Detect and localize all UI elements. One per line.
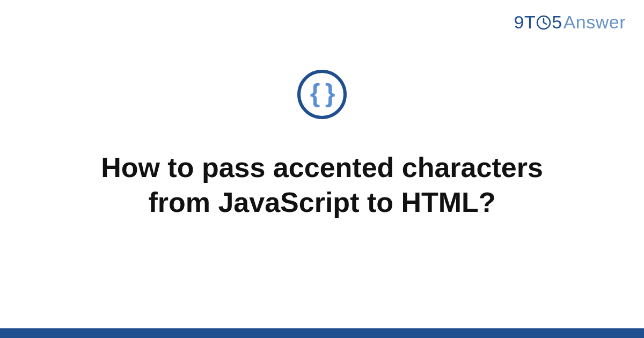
svg-line-2: [544, 23, 546, 24]
question-title: How to pass accented characters from Jav…: [54, 150, 590, 220]
footer-accent-bar: [0, 328, 644, 338]
main-content: { } How to pass accented characters from…: [0, 70, 644, 220]
brand-text-5: 5: [552, 12, 562, 33]
brand-text-9t: 9T: [514, 12, 536, 33]
brand-text-answer: Answer: [564, 12, 626, 33]
topic-badge: { }: [297, 70, 347, 119]
braces-icon: { }: [310, 80, 334, 106]
brand-logo: 9T 5 Answer: [514, 12, 626, 33]
brand-clock-icon: [536, 15, 551, 30]
